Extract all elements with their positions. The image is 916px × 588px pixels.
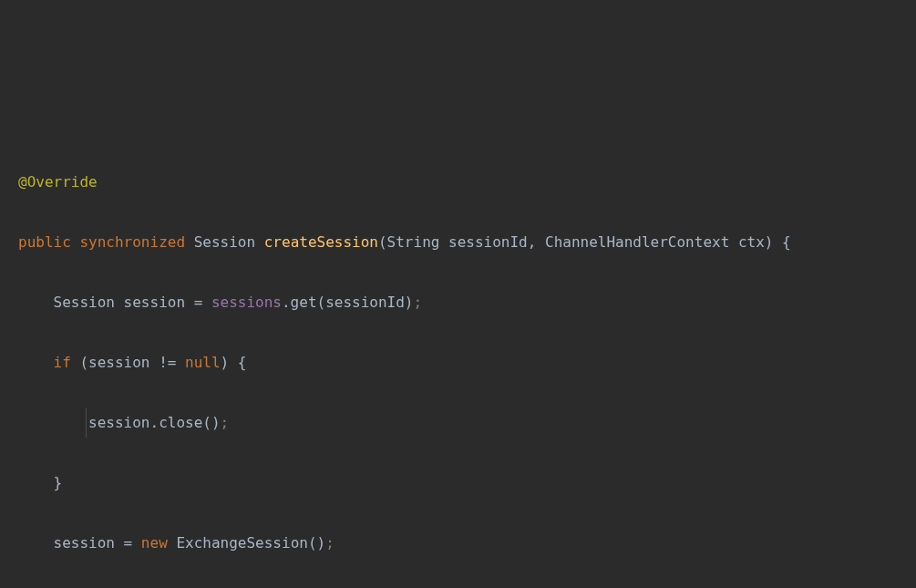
code-line: session.close(); <box>18 407 898 438</box>
code-text: ExchangeSession() <box>168 534 325 552</box>
code-line: public synchronized Session createSessio… <box>18 227 898 257</box>
annotation: @Override <box>18 173 98 191</box>
keyword-synchronized: synchronized <box>79 233 185 251</box>
indent <box>18 354 54 371</box>
code-text: ) { <box>221 354 247 371</box>
code-line: @Override <box>18 167 898 197</box>
semicolon: ; <box>413 294 422 311</box>
keyword-new: new <box>141 534 168 552</box>
method-name: createSession <box>264 233 378 251</box>
code-text: session.close() <box>88 414 221 431</box>
indent <box>18 534 54 552</box>
indent <box>18 414 88 431</box>
code-line: if (session != null) { <box>18 347 898 377</box>
indent <box>18 294 54 311</box>
indent-guide <box>86 407 87 438</box>
semicolon: ; <box>325 534 334 552</box>
code-text: Session session = <box>54 294 211 311</box>
code-text: (session != <box>71 354 185 371</box>
brace: } <box>54 474 63 491</box>
keyword-public: public <box>18 233 71 251</box>
method-params: (String sessionId, ChannelHandlerContext… <box>378 233 791 251</box>
field-sessions: sessions <box>211 294 282 311</box>
code-text: session = <box>54 534 141 552</box>
keyword-if: if <box>54 354 71 371</box>
return-type: Session <box>194 233 264 251</box>
keyword-null: null <box>185 354 221 371</box>
code-line: } <box>18 468 898 498</box>
code-text: .get(sessionId) <box>282 294 414 311</box>
code-editor[interactable]: @Override public synchronized Session cr… <box>18 137 898 588</box>
code-line: Session session = sessions.get(sessionId… <box>18 287 898 317</box>
semicolon: ; <box>221 414 230 431</box>
code-line: session = new ExchangeSession(); <box>18 528 898 558</box>
indent <box>18 474 54 491</box>
